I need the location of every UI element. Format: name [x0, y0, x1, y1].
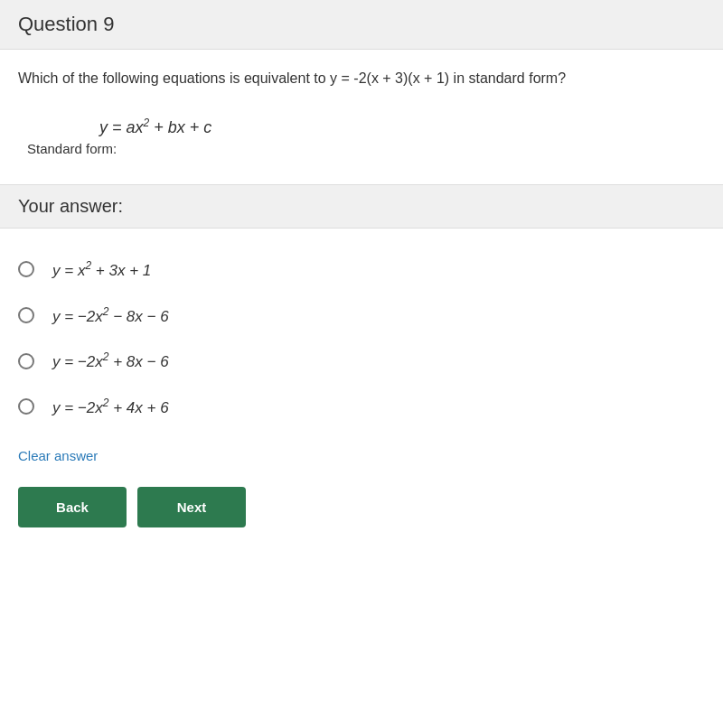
- button-row: Back Next: [0, 472, 723, 542]
- standard-form-label: Standard form:: [27, 141, 117, 156]
- standard-form-formula: y = ax2 + bx + c: [99, 117, 705, 137]
- option-text-3: y = −2x2 + 8x − 6: [52, 350, 169, 371]
- your-answer-header: Your answer:: [0, 184, 723, 229]
- your-answer-label: Your answer:: [18, 196, 123, 216]
- next-button[interactable]: Next: [137, 487, 246, 527]
- option-text-4: y = −2x2 + 4x + 6: [52, 397, 169, 417]
- question-header: Question 9: [0, 0, 723, 50]
- back-button[interactable]: Back: [18, 487, 127, 527]
- answer-option-3[interactable]: y = −2x2 + 8x − 6: [18, 338, 705, 384]
- standard-form-section: y = ax2 + bx + c Standard form:: [18, 117, 705, 157]
- answer-option-2[interactable]: y = −2x2 − 8x − 6: [18, 293, 705, 339]
- radio-button-3[interactable]: [18, 353, 34, 369]
- radio-button-4[interactable]: [18, 398, 34, 415]
- answer-options: y = x2 + 3x + 1 y = −2x2 − 8x − 6 y = −2…: [0, 238, 723, 439]
- question-title: Question 9: [18, 13, 705, 36]
- answer-option-1[interactable]: y = x2 + 3x + 1: [18, 247, 705, 293]
- question-text: Which of the following equations is equi…: [18, 68, 705, 89]
- answer-option-4[interactable]: y = −2x2 + 4x + 6: [18, 384, 705, 430]
- clear-answer-link[interactable]: Clear answer: [0, 439, 723, 472]
- radio-button-2[interactable]: [18, 307, 34, 323]
- option-text-1: y = x2 + 3x + 1: [52, 259, 151, 280]
- radio-button-1[interactable]: [18, 261, 34, 277]
- question-body: Which of the following equations is equi…: [0, 50, 723, 184]
- option-text-2: y = −2x2 − 8x − 6: [52, 305, 169, 326]
